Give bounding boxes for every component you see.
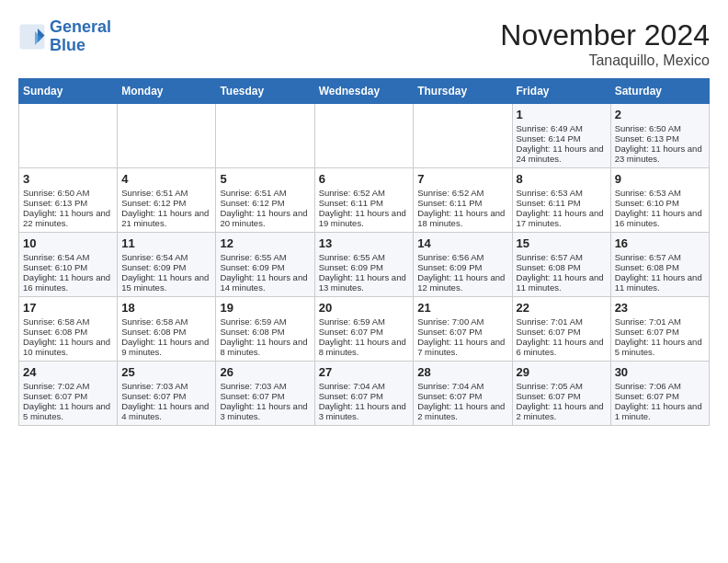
day-info-line: Sunrise: 6:49 AM	[517, 123, 607, 133]
day-info-line: Sunrise: 7:06 AM	[615, 381, 705, 391]
day-info-line: Sunset: 6:11 PM	[417, 198, 507, 208]
calendar-cell: 20Sunrise: 6:59 AMSunset: 6:07 PMDayligh…	[314, 297, 414, 362]
day-number: 26	[220, 365, 310, 379]
day-info-line: Sunrise: 7:02 AM	[23, 381, 113, 391]
day-info-line: Daylight: 11 hours and 3 minutes.	[319, 401, 410, 421]
day-info-line: Sunset: 6:07 PM	[319, 391, 410, 401]
day-info-line: Daylight: 11 hours and 1 minute.	[615, 401, 705, 421]
weekday-header: Tuesday	[216, 79, 314, 104]
calendar-cell: 1Sunrise: 6:49 AMSunset: 6:14 PMDaylight…	[512, 104, 610, 168]
day-info-line: Sunrise: 6:52 AM	[319, 188, 410, 198]
calendar-cell: 3Sunrise: 6:50 AMSunset: 6:13 PMDaylight…	[19, 168, 118, 233]
calendar-cell: 13Sunrise: 6:55 AMSunset: 6:09 PMDayligh…	[314, 233, 414, 297]
calendar-cell: 28Sunrise: 7:04 AMSunset: 6:07 PMDayligh…	[414, 362, 512, 426]
weekday-header: Monday	[118, 79, 216, 104]
day-info-line: Sunrise: 6:52 AM	[417, 188, 507, 198]
day-info-line: Daylight: 11 hours and 16 minutes.	[23, 272, 113, 293]
day-number: 17	[23, 301, 113, 315]
day-number: 18	[121, 301, 211, 315]
calendar-week-row: 10Sunrise: 6:54 AMSunset: 6:10 PMDayligh…	[19, 233, 710, 297]
day-number: 14	[417, 236, 507, 250]
day-number: 22	[517, 301, 607, 315]
day-info-line: Daylight: 11 hours and 19 minutes.	[319, 208, 410, 228]
day-info-line: Sunset: 6:12 PM	[220, 198, 310, 208]
day-info-line: Sunrise: 6:57 AM	[615, 252, 705, 262]
calendar-cell	[216, 104, 314, 168]
calendar-cell: 11Sunrise: 6:54 AMSunset: 6:09 PMDayligh…	[118, 233, 216, 297]
day-info-line: Sunset: 6:07 PM	[417, 327, 507, 337]
weekday-header: Friday	[512, 79, 610, 104]
day-info-line: Sunset: 6:07 PM	[220, 391, 310, 401]
day-info-line: Sunrise: 6:50 AM	[23, 188, 113, 198]
day-info-line: Sunrise: 6:53 AM	[615, 188, 705, 198]
day-number: 5	[220, 172, 310, 186]
day-info-line: Daylight: 11 hours and 2 minutes.	[517, 401, 607, 421]
calendar-week-row: 1Sunrise: 6:49 AMSunset: 6:14 PMDaylight…	[19, 104, 710, 168]
day-info-line: Sunset: 6:10 PM	[23, 262, 113, 272]
calendar-cell: 2Sunrise: 6:50 AMSunset: 6:13 PMDaylight…	[610, 104, 709, 168]
day-info-line: Daylight: 11 hours and 22 minutes.	[23, 208, 113, 228]
calendar-cell: 18Sunrise: 6:58 AMSunset: 6:08 PMDayligh…	[118, 297, 216, 362]
day-info-line: Daylight: 11 hours and 23 minutes.	[615, 144, 705, 164]
weekday-header: Sunday	[19, 79, 118, 104]
day-info-line: Sunrise: 6:59 AM	[319, 316, 410, 327]
day-number: 1	[517, 108, 607, 121]
day-info-line: Sunset: 6:07 PM	[615, 391, 705, 401]
day-number: 19	[220, 301, 310, 315]
day-number: 28	[417, 365, 507, 379]
calendar-cell: 22Sunrise: 7:01 AMSunset: 6:07 PMDayligh…	[512, 297, 610, 362]
calendar-cell: 25Sunrise: 7:03 AMSunset: 6:07 PMDayligh…	[118, 362, 216, 426]
weekday-header: Saturday	[610, 79, 709, 104]
day-number: 4	[121, 172, 211, 186]
day-number: 11	[121, 236, 211, 250]
day-info-line: Daylight: 11 hours and 21 minutes.	[121, 208, 211, 228]
day-info-line: Sunrise: 7:05 AM	[517, 381, 607, 391]
day-info-line: Sunrise: 6:54 AM	[23, 252, 113, 262]
calendar-cell: 4Sunrise: 6:51 AMSunset: 6:12 PMDaylight…	[118, 168, 216, 233]
day-info-line: Sunset: 6:08 PM	[220, 327, 310, 337]
day-info-line: Sunrise: 6:56 AM	[417, 252, 507, 262]
calendar-cell: 24Sunrise: 7:02 AMSunset: 6:07 PMDayligh…	[19, 362, 118, 426]
day-info-line: Sunset: 6:13 PM	[23, 198, 113, 208]
calendar-cell: 12Sunrise: 6:55 AMSunset: 6:09 PMDayligh…	[216, 233, 314, 297]
day-info-line: Sunset: 6:07 PM	[319, 327, 410, 337]
day-info-line: Sunrise: 6:51 AM	[220, 188, 310, 198]
day-number: 13	[319, 236, 410, 250]
header: General Blue November 2024 Tanaquillo, M…	[18, 18, 710, 69]
calendar-cell: 17Sunrise: 6:58 AMSunset: 6:08 PMDayligh…	[19, 297, 118, 362]
calendar-cell: 15Sunrise: 6:57 AMSunset: 6:08 PMDayligh…	[512, 233, 610, 297]
logo-icon	[18, 23, 46, 51]
day-info-line: Sunrise: 6:55 AM	[220, 252, 310, 262]
day-info-line: Sunrise: 6:58 AM	[23, 316, 113, 327]
day-info-line: Sunset: 6:11 PM	[319, 198, 410, 208]
day-info-line: Sunrise: 7:03 AM	[121, 381, 211, 391]
weekday-header: Thursday	[414, 79, 512, 104]
day-info-line: Sunset: 6:07 PM	[121, 391, 211, 401]
day-info-line: Daylight: 11 hours and 16 minutes.	[615, 208, 705, 228]
day-number: 3	[23, 172, 113, 186]
day-number: 2	[615, 108, 705, 121]
day-info-line: Sunrise: 6:55 AM	[319, 252, 410, 262]
day-info-line: Sunset: 6:08 PM	[23, 327, 113, 337]
day-info-line: Sunset: 6:11 PM	[517, 198, 607, 208]
calendar-cell: 30Sunrise: 7:06 AMSunset: 6:07 PMDayligh…	[610, 362, 709, 426]
calendar-week-row: 17Sunrise: 6:58 AMSunset: 6:08 PMDayligh…	[19, 297, 710, 362]
day-info-line: Sunrise: 7:00 AM	[417, 316, 507, 327]
calendar-cell: 9Sunrise: 6:53 AMSunset: 6:10 PMDaylight…	[610, 168, 709, 233]
day-info-line: Sunrise: 7:04 AM	[319, 381, 410, 391]
day-info-line: Daylight: 11 hours and 14 minutes.	[220, 272, 310, 293]
day-info-line: Sunrise: 6:59 AM	[220, 316, 310, 327]
day-number: 10	[23, 236, 113, 250]
day-info-line: Sunrise: 6:54 AM	[121, 252, 211, 262]
day-info-line: Daylight: 11 hours and 7 minutes.	[417, 337, 507, 357]
day-number: 20	[319, 301, 410, 315]
day-number: 9	[615, 172, 705, 186]
day-info-line: Daylight: 11 hours and 12 minutes.	[417, 272, 507, 293]
calendar-week-row: 24Sunrise: 7:02 AMSunset: 6:07 PMDayligh…	[19, 362, 710, 426]
day-info-line: Sunset: 6:08 PM	[615, 262, 705, 272]
day-number: 15	[517, 236, 607, 250]
calendar-table: SundayMondayTuesdayWednesdayThursdayFrid…	[18, 78, 710, 426]
day-info-line: Daylight: 11 hours and 5 minutes.	[23, 401, 113, 421]
day-number: 8	[517, 172, 607, 186]
calendar-cell: 14Sunrise: 6:56 AMSunset: 6:09 PMDayligh…	[414, 233, 512, 297]
